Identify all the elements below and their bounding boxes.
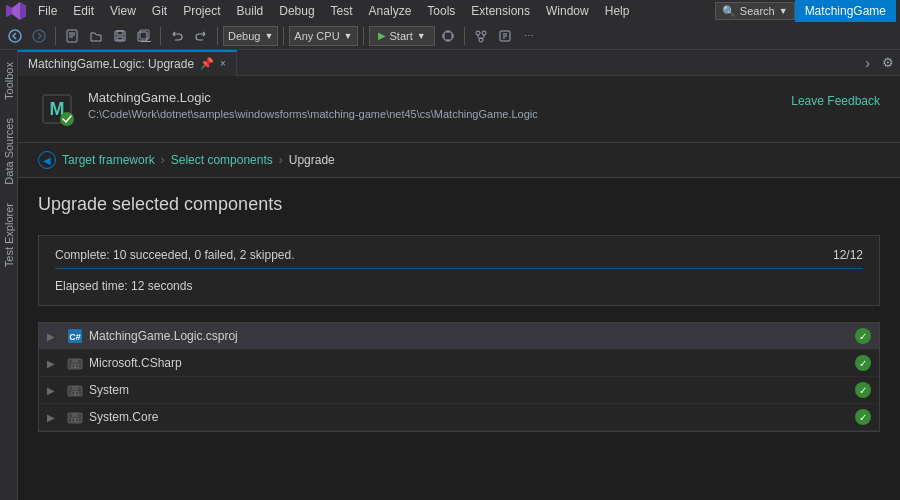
breadcrumb-select-components[interactable]: Select components bbox=[171, 153, 273, 167]
expand-arrow-2[interactable]: ▶ bbox=[47, 385, 61, 396]
toolbar-separator-5 bbox=[363, 27, 364, 45]
sidebar: Toolbox Data Sources Test Explorer bbox=[0, 50, 18, 500]
menu-tools[interactable]: Tools bbox=[419, 0, 463, 22]
header-info: MatchingGame.Logic C:\Code\Work\dotnet\s… bbox=[88, 90, 538, 120]
menu-extensions[interactable]: Extensions bbox=[463, 0, 538, 22]
more-tools-button[interactable]: ⋯ bbox=[518, 25, 540, 47]
tab-settings-button[interactable]: ⚙ bbox=[876, 55, 900, 70]
menu-window[interactable]: Window bbox=[538, 0, 597, 22]
expand-arrow-3[interactable]: ▶ bbox=[47, 412, 61, 423]
result-row-2[interactable]: ▶ □□ System ✓ bbox=[39, 377, 879, 404]
tab-bar: MatchingGame.Logic: Upgrade 📌 × › ⚙ bbox=[18, 50, 900, 76]
debug-config-arrow: ▼ bbox=[264, 31, 273, 41]
result-name-0: MatchingGame.Logic.csproj bbox=[89, 329, 849, 343]
menu-bar: File Edit View Git Project Build Debug T… bbox=[0, 0, 900, 22]
sidebar-tab-toolbox[interactable]: Toolbox bbox=[1, 54, 17, 108]
project-icon-0: C# bbox=[67, 328, 83, 344]
tab-title: MatchingGame.Logic: Upgrade bbox=[28, 57, 194, 71]
search-box[interactable]: 🔍 Search ▼ bbox=[715, 2, 795, 20]
result-status-2: ✓ bbox=[855, 382, 871, 398]
start-button[interactable]: ▶ Start ▼ bbox=[369, 26, 435, 46]
breadcrumb-target-framework[interactable]: Target framework bbox=[62, 153, 155, 167]
toolbar-separator-4 bbox=[283, 27, 284, 45]
package-icon-1: □□ bbox=[67, 355, 83, 371]
debug-config-label: Debug bbox=[228, 30, 260, 42]
menu-view[interactable]: View bbox=[102, 0, 144, 22]
back-button[interactable] bbox=[4, 25, 26, 47]
breadcrumb-current: Upgrade bbox=[289, 153, 335, 167]
start-dropdown-icon: ▼ bbox=[417, 31, 426, 41]
content-area: MatchingGame.Logic: Upgrade 📌 × › ⚙ M bbox=[18, 50, 900, 500]
save-button[interactable] bbox=[109, 25, 131, 47]
toolbar-separator-1 bbox=[55, 27, 56, 45]
menu-build[interactable]: Build bbox=[229, 0, 272, 22]
cpu-config-dropdown[interactable]: Any CPU ▼ bbox=[289, 26, 357, 46]
package-icon-3: □□ bbox=[67, 409, 83, 425]
status-box: Complete: 10 succeeded, 0 failed, 2 skip… bbox=[38, 235, 880, 306]
svg-rect-6 bbox=[138, 32, 147, 41]
attach-button[interactable] bbox=[437, 25, 459, 47]
debug-config-dropdown[interactable]: Debug ▼ bbox=[223, 26, 278, 46]
tab-close-button[interactable]: × bbox=[220, 58, 226, 69]
start-label: Start bbox=[390, 30, 413, 42]
leave-feedback-link[interactable]: Leave Feedback bbox=[791, 94, 880, 108]
upgrade-tab[interactable]: MatchingGame.Logic: Upgrade 📌 × bbox=[18, 50, 237, 76]
expand-arrow-0[interactable]: ▶ bbox=[47, 331, 61, 342]
tab-overflow-button[interactable]: › bbox=[859, 55, 876, 71]
save-all-button[interactable] bbox=[133, 25, 155, 47]
svg-point-10 bbox=[476, 31, 480, 35]
menu-analyze[interactable]: Analyze bbox=[361, 0, 420, 22]
tab-pin-icon[interactable]: 📌 bbox=[200, 57, 214, 70]
search-icon: 🔍 bbox=[722, 5, 736, 18]
sidebar-tab-test-explorer[interactable]: Test Explorer bbox=[1, 195, 17, 275]
result-status-1: ✓ bbox=[855, 355, 871, 371]
undo-button[interactable] bbox=[166, 25, 188, 47]
svg-point-17 bbox=[60, 112, 74, 126]
breadcrumb-back-button[interactable]: ◀ bbox=[38, 151, 56, 169]
vs-logo bbox=[4, 0, 26, 22]
redo-button[interactable] bbox=[190, 25, 212, 47]
project-name: MatchingGame.Logic bbox=[88, 90, 538, 105]
result-status-3: ✓ bbox=[855, 409, 871, 425]
svg-text:□□: □□ bbox=[71, 390, 79, 396]
project-logo: M bbox=[38, 90, 76, 128]
menu-debug[interactable]: Debug bbox=[271, 0, 322, 22]
cpu-config-label: Any CPU bbox=[294, 30, 339, 42]
menu-file[interactable]: File bbox=[30, 0, 65, 22]
elapsed-time: Elapsed time: 12 seconds bbox=[55, 279, 192, 293]
git-button[interactable] bbox=[470, 25, 492, 47]
menu-project[interactable]: Project bbox=[175, 0, 228, 22]
result-row-3[interactable]: ▶ □□ System.Core ✓ bbox=[39, 404, 879, 431]
status-line: Complete: 10 succeeded, 0 failed, 2 skip… bbox=[55, 248, 863, 262]
menu-test[interactable]: Test bbox=[323, 0, 361, 22]
svg-rect-8 bbox=[140, 30, 149, 39]
sidebar-tab-data-sources[interactable]: Data Sources bbox=[1, 110, 17, 193]
app-name-badge: MatchingGame bbox=[795, 0, 896, 22]
forward-button[interactable] bbox=[28, 25, 50, 47]
branch-button[interactable] bbox=[494, 25, 516, 47]
svg-text:□□: □□ bbox=[71, 417, 79, 423]
open-file-button[interactable] bbox=[85, 25, 107, 47]
search-dropdown-icon: ▼ bbox=[779, 6, 788, 16]
status-text: Complete: 10 succeeded, 0 failed, 2 skip… bbox=[55, 248, 294, 262]
menu-git[interactable]: Git bbox=[144, 0, 175, 22]
result-row-1[interactable]: ▶ □□ Microsoft.CSharp ✓ bbox=[39, 350, 879, 377]
result-row-0[interactable]: ▶ C# MatchingGame.Logic.csproj ✓ bbox=[39, 323, 879, 350]
toolbar-separator-3 bbox=[217, 27, 218, 45]
main-layout: Toolbox Data Sources Test Explorer Match… bbox=[0, 50, 900, 500]
result-status-0: ✓ bbox=[855, 328, 871, 344]
new-file-button[interactable] bbox=[61, 25, 83, 47]
search-text: Search bbox=[740, 5, 775, 17]
play-icon: ▶ bbox=[378, 30, 386, 41]
result-name-1: Microsoft.CSharp bbox=[89, 356, 849, 370]
svg-point-11 bbox=[482, 31, 486, 35]
breadcrumb-sep-2: › bbox=[279, 153, 283, 167]
page-title: Upgrade selected components bbox=[38, 194, 880, 215]
toolbar-separator-2 bbox=[160, 27, 161, 45]
expand-arrow-1[interactable]: ▶ bbox=[47, 358, 61, 369]
toolbar-separator-6 bbox=[464, 27, 465, 45]
svg-rect-2 bbox=[67, 30, 77, 42]
progress-bar bbox=[55, 268, 863, 269]
menu-edit[interactable]: Edit bbox=[65, 0, 102, 22]
menu-help[interactable]: Help bbox=[597, 0, 638, 22]
